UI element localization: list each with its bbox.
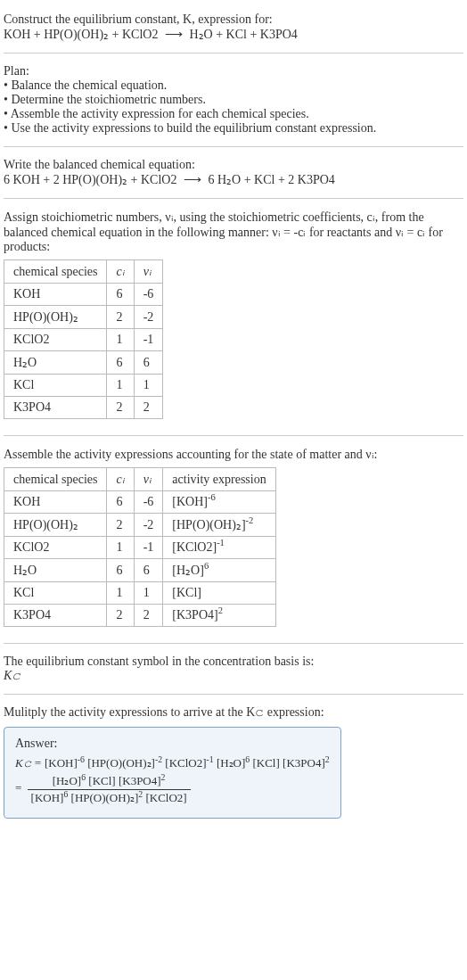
cell-species: H₂O <box>4 351 107 375</box>
cell-species: KCl <box>4 375 107 397</box>
cell-activity: [KClO2]-1 <box>163 537 275 559</box>
prompt-title: Construct the equilibrium constant, K, e… <box>4 12 463 27</box>
plan-item: • Assemble the activity expression for e… <box>4 107 463 121</box>
assign-text: Assign stoichiometric numbers, νᵢ, using… <box>4 210 463 254</box>
cell-species: KClO2 <box>4 537 107 559</box>
kc-term: [HP(O)(OH)₂]2 <box>71 791 143 804</box>
equals-sign: = <box>15 781 25 795</box>
term-base: [H₂O] <box>53 774 81 787</box>
plan-item: • Use the activity expressions to build … <box>4 121 463 136</box>
col-species: chemical species <box>4 468 107 491</box>
divider <box>4 53 463 54</box>
cell-species: K3PO4 <box>4 605 107 627</box>
cell-activity: [KCl] <box>163 582 275 605</box>
kc-term: [H₂O]6 <box>217 756 250 770</box>
answer-label: Answer: <box>15 737 330 751</box>
assemble-text: Assemble the activity expressions accoun… <box>4 447 463 462</box>
col-vi: νᵢ <box>134 260 163 284</box>
term-exp: 2 <box>138 789 143 799</box>
cell-species: H₂O <box>4 559 107 582</box>
term-exp: 6 <box>245 754 250 764</box>
act-exp: -6 <box>208 492 216 502</box>
act-exp: 2 <box>218 605 223 615</box>
cell-ci: 1 <box>107 329 134 351</box>
table-row: KCl 1 1 [KCl] <box>4 582 276 605</box>
col-ci: cᵢ <box>107 260 134 284</box>
cell-species: HP(O)(OH)₂ <box>4 514 107 537</box>
col-species: chemical species <box>4 260 107 284</box>
cell-activity: [HP(O)(OH)₂]-2 <box>163 514 275 537</box>
answer-box: Answer: K𝚌 = [KOH]-6 [HP(O)(OH)₂]-2 [KCl… <box>4 727 341 819</box>
cell-ci: 6 <box>107 491 134 514</box>
col-ci: cᵢ <box>107 468 134 491</box>
term-base: [KOH] <box>31 791 64 804</box>
kc-term: [KClO2]-1 <box>165 756 213 770</box>
term-exp: 6 <box>63 789 68 799</box>
stoich-table: chemical species cᵢ νᵢ KOH6-6 HP(O)(OH)₂… <box>4 259 163 419</box>
reaction-arrow: ⟶ <box>180 173 205 186</box>
cell-activity: [K3PO4]2 <box>163 605 275 627</box>
cell-ci: 6 <box>107 284 134 306</box>
kc-fraction: [H₂O]6 [KCl] [K3PO4]2 [KOH]6 [HP(O)(OH)₂… <box>28 774 191 805</box>
divider <box>4 643 463 644</box>
activity-table: chemical species cᵢ νᵢ activity expressi… <box>4 467 276 627</box>
act-exp: 6 <box>204 561 209 571</box>
kc-term: [KOH]6 <box>31 791 69 804</box>
reaction-arrow: ⟶ <box>161 28 186 41</box>
cell-species: K3PO4 <box>4 397 107 419</box>
table-row: HP(O)(OH)₂ 2 -2 [HP(O)(OH)₂]-2 <box>4 514 276 537</box>
cell-vi: 6 <box>134 351 163 375</box>
cell-species: KCl <box>4 582 107 605</box>
divider <box>4 694 463 695</box>
col-vi: νᵢ <box>134 468 163 491</box>
prompt-block: Construct the equilibrium constant, K, e… <box>4 7 463 47</box>
term-base: [KClO2] <box>165 756 206 770</box>
table-row: H₂O66 <box>4 351 163 375</box>
cell-vi: -1 <box>134 537 163 559</box>
kc-term: [KCl] <box>88 774 115 787</box>
divider <box>4 435 463 436</box>
cell-activity: [KOH]-6 <box>163 491 275 514</box>
kc-eq-label: K𝚌 = <box>15 756 45 770</box>
cell-ci: 2 <box>107 514 134 537</box>
kc-term: [KOH]-6 <box>45 756 85 770</box>
term-base: [KClO2] <box>145 791 186 804</box>
multiply-block: Mulitply the activity expressions to arr… <box>4 700 463 828</box>
table-row: KCl11 <box>4 375 163 397</box>
table-row: HP(O)(OH)₂2-2 <box>4 306 163 329</box>
unbalanced-lhs: KOH + HP(O)(OH)₂ + KClO2 <box>4 28 158 41</box>
cell-species: KOH <box>4 284 107 306</box>
term-base: [K3PO4] <box>283 756 325 770</box>
table-row: K3PO422 <box>4 397 163 419</box>
balanced-rhs: 6 H₂O + KCl + 2 K3PO4 <box>208 173 334 186</box>
cell-ci: 2 <box>107 397 134 419</box>
cell-vi: 2 <box>134 605 163 627</box>
cell-vi: 1 <box>134 375 163 397</box>
balanced-lhs: 6 KOH + 2 HP(O)(OH)₂ + KClO2 <box>4 173 176 186</box>
act-base: [KOH] <box>172 495 208 508</box>
table-row: KClO21-1 <box>4 329 163 351</box>
cell-ci: 1 <box>107 375 134 397</box>
act-base: [K3PO4] <box>172 608 217 622</box>
term-base: [KOH] <box>45 756 78 770</box>
table-header-row: chemical species cᵢ νᵢ <box>4 260 163 284</box>
act-exp: -1 <box>217 538 225 548</box>
kc-numerator: [H₂O]6 [KCl] [K3PO4]2 <box>28 774 191 790</box>
term-base: [KCl] <box>88 774 115 787</box>
cell-ci: 2 <box>107 306 134 329</box>
table-row: KOH 6 -6 [KOH]-6 <box>4 491 276 514</box>
kc-term: [K3PO4]2 <box>283 756 330 770</box>
term-base: [KCl] <box>252 756 279 770</box>
plan-heading: Plan: <box>4 64 463 78</box>
plan-block: Plan: • Balance the chemical equation. •… <box>4 59 463 141</box>
cell-vi: -2 <box>134 514 163 537</box>
balanced-heading: Write the balanced chemical equation: <box>4 158 463 172</box>
multiply-text: Mulitply the activity expressions to arr… <box>4 705 463 720</box>
act-exp: -2 <box>246 515 254 525</box>
kc-denominator: [KOH]6 [HP(O)(OH)₂]2 [KClO2] <box>28 790 191 805</box>
term-exp: 6 <box>81 772 86 782</box>
table-row: KClO2 1 -1 [KClO2]-1 <box>4 537 276 559</box>
assign-block: Assign stoichiometric numbers, νᵢ, using… <box>4 204 463 430</box>
kc-term: [H₂O]6 <box>53 774 86 787</box>
term-exp: -2 <box>155 754 162 764</box>
